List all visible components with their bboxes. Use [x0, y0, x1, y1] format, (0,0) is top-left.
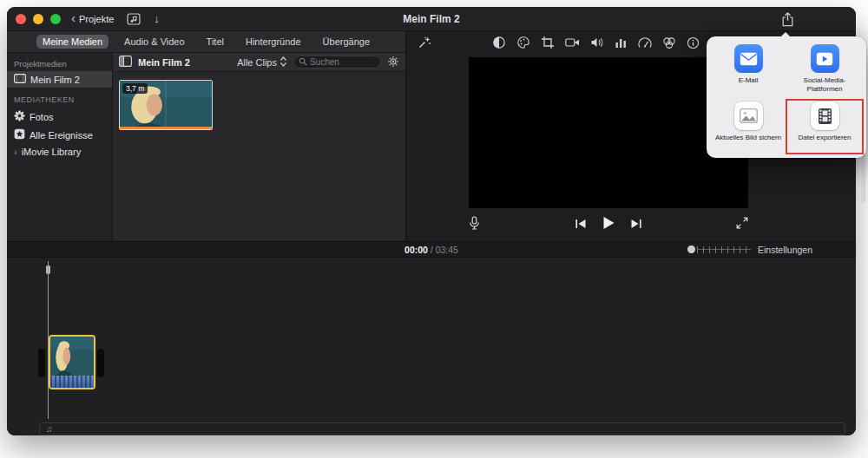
email-icon [734, 44, 763, 73]
sidebar-item-label: iMovie Library [22, 147, 81, 157]
zoom-slider-thumb[interactable] [687, 245, 695, 253]
titlebar: ‹ Projekte ↓ Mein Film 2 [7, 7, 856, 31]
next-frame-button[interactable] [630, 217, 642, 232]
pane-toggle-icon[interactable] [119, 56, 132, 69]
time-separator: / [431, 245, 433, 255]
share-option-social-media[interactable]: Social-Media-Plattformen [786, 43, 863, 100]
events-star-icon [14, 128, 25, 141]
voiceover-mic-icon[interactable] [469, 216, 480, 234]
effects-filter-icon[interactable] [662, 36, 676, 49]
equalizer-icon[interactable] [615, 36, 628, 49]
export-file-icon [811, 101, 839, 130]
clip-browser: Mein Film 2 Alle Clips [113, 53, 405, 240]
popover-arrow [779, 31, 792, 37]
gear-icon[interactable] [387, 56, 399, 69]
share-option-label: Datei exportieren [799, 134, 852, 142]
browser-title: Mein Film 2 [138, 57, 190, 68]
color-balance-icon[interactable] [492, 36, 506, 49]
screenshot-stage: ‹ Projekte ↓ Mein Film 2 Meine Medien Au… [0, 0, 868, 458]
clip-zoom-slider[interactable] [687, 245, 751, 253]
music-note-icon: ♫ [46, 424, 53, 434]
tab-hintergruende[interactable]: Hintergründe [240, 35, 307, 49]
adjust-icon-group [492, 36, 700, 49]
timeline: ♫ [7, 258, 856, 435]
timeline-info-bar: 00:00 / 03:45 Einstellungen [7, 241, 856, 258]
search-field[interactable] [293, 56, 381, 69]
enhance-wand-icon[interactable] [418, 36, 431, 49]
previous-frame-button[interactable] [575, 217, 587, 232]
sidebar-item-label: Alle Ereignisse [30, 130, 93, 141]
chevron-right-icon: › [14, 147, 17, 157]
media-browser-icon[interactable] [127, 13, 141, 25]
chevron-left-icon: ‹ [71, 11, 76, 24]
trim-handle-right[interactable] [97, 349, 104, 377]
tab-titel[interactable]: Titel [201, 35, 230, 49]
background-music-lane[interactable]: ♫ [39, 422, 845, 435]
total-duration: 03:45 [436, 245, 458, 255]
sidebar-item-project[interactable]: Mein Film 2 [7, 71, 112, 88]
fullscreen-icon[interactable] [736, 217, 748, 232]
share-option-label: Social-Media-Plattformen [797, 76, 852, 93]
tab-uebergaenge[interactable]: Übergänge [317, 35, 376, 49]
media-clip[interactable]: 3,7 m [119, 80, 213, 130]
settings-group: Einstellungen [687, 242, 812, 257]
share-option-save-frame[interactable]: Aktuelles Bild sichern [710, 100, 786, 154]
search-icon [299, 57, 307, 68]
color-correction-icon[interactable] [516, 36, 530, 49]
tab-meine-medien[interactable]: Meine Medien [36, 35, 108, 49]
sidebar-item-imovie-library[interactable]: › iMovie Library [7, 144, 112, 160]
close-window-button[interactable] [16, 14, 26, 24]
share-options-grid: E-Mail Social-Media-Plattformen Aktuelle… [707, 36, 866, 156]
browser-header: Mein Film 2 Alle Clips [113, 53, 405, 72]
filter-label: Alle Clips [237, 57, 277, 68]
clip-duration-badge: 3,7 m [122, 83, 148, 94]
back-to-projects-button[interactable]: ‹ Projekte [71, 13, 114, 24]
media-panel: Meine Medien Audio & Video Titel Hinterg… [7, 31, 406, 241]
photos-flower-icon [14, 110, 25, 123]
play-button[interactable] [602, 216, 615, 233]
sidebar-item-fotos[interactable]: Fotos [7, 108, 112, 126]
updown-chevrons-icon [279, 56, 287, 69]
transport-controls [480, 216, 736, 233]
clips-area: 3,7 m [113, 72, 405, 138]
share-option-label: E-Mail [739, 76, 759, 85]
minimize-window-button[interactable] [33, 14, 43, 24]
timeline-clip[interactable] [49, 335, 95, 389]
crop-icon[interactable] [541, 36, 555, 49]
settings-label[interactable]: Einstellungen [758, 245, 812, 255]
social-media-icon [811, 44, 839, 73]
speed-gauge-icon[interactable] [638, 36, 652, 49]
playback-bar [469, 213, 748, 236]
save-frame-icon [734, 101, 763, 130]
stabilization-camera-icon[interactable] [565, 36, 580, 49]
clip-filter-dropdown[interactable]: Alle Clips [237, 56, 287, 69]
zoom-window-button[interactable] [50, 14, 61, 24]
sidebar-item-label: Fotos [30, 112, 54, 122]
film-frame-icon [14, 74, 26, 85]
share-option-label: Aktuelles Bild sichern [715, 134, 781, 142]
import-arrow-icon[interactable]: ↓ [154, 12, 160, 25]
volume-icon[interactable] [590, 36, 604, 49]
share-popover: E-Mail Social-Media-Plattformen Aktuelle… [707, 36, 866, 158]
clip-info-icon[interactable] [687, 36, 700, 49]
libraries-header: MEDIATHEKEN [7, 88, 112, 108]
media-tab-bar: Meine Medien Audio & Video Titel Hinterg… [7, 31, 405, 53]
back-label: Projekte [79, 14, 114, 24]
used-range-indicator [120, 127, 212, 129]
trim-handle-left[interactable] [38, 349, 45, 377]
sidebar: Projektmedien Mein Film 2 MEDIATHEKEN Fo… [7, 53, 113, 240]
project-media-header: Projektmedien [7, 56, 112, 71]
tab-audio-video[interactable]: Audio & Video [118, 35, 191, 49]
share-option-export-file[interactable]: Datei exportieren [786, 100, 863, 154]
sidebar-project-label: Mein Film 2 [30, 75, 80, 85]
search-input[interactable] [310, 57, 376, 67]
window-controls [16, 14, 61, 24]
clip-audio-waveform [50, 376, 94, 388]
current-time: 00:00 [404, 245, 428, 255]
share-option-email[interactable]: E-Mail [710, 43, 786, 100]
share-button[interactable] [778, 11, 797, 28]
zoom-slider-track[interactable] [697, 246, 751, 253]
sidebar-item-alle-ereignisse[interactable]: Alle Ereignisse [7, 126, 112, 144]
